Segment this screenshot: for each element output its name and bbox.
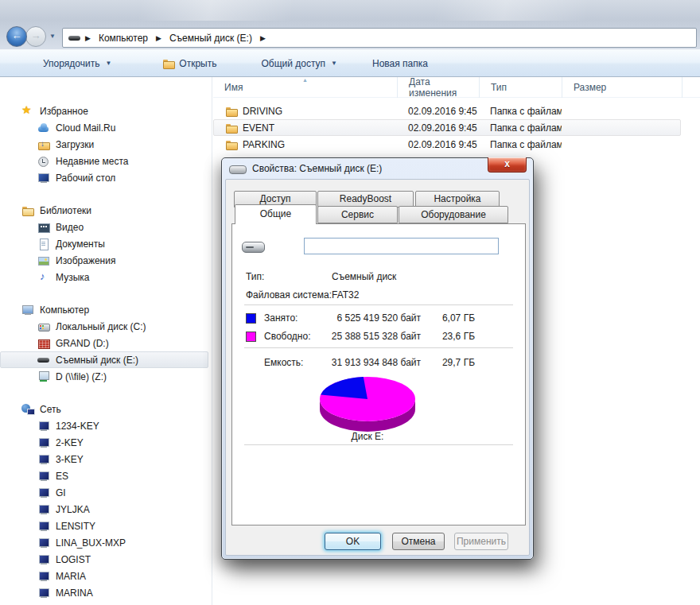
pictures-icon [37,254,50,267]
new-folder-button[interactable]: Новая папка ▼ [366,55,434,72]
file-date: 02.09.2016 9:45 [397,122,479,134]
tab-hardware[interactable]: Оборудование [399,206,508,223]
cancel-button[interactable]: Отмена [392,533,445,550]
capacity-size: 29,7 ГБ [427,357,475,368]
recent-places-icon [37,155,50,168]
table-row[interactable]: PARKING 02.09.2016 9:45 Папка с файлами [213,136,681,153]
sidebar-section: Сеть 1234-KEY 2-KEY 3-KEY [0,401,212,605]
sidebar-item[interactable]: LENSITY [0,518,208,534]
sidebar-item[interactable]: 2-KEY [0,434,208,451]
dialog-titlebar[interactable]: Свойства: Съемный диск (E:) x [222,158,533,179]
sidebar-item[interactable]: 1234-KEY [0,417,208,434]
pc-icon [37,487,50,499]
type-label: Тип: [246,271,264,282]
computer-icon [21,304,34,316]
sidebar-item[interactable]: Рабочий стол [0,169,208,186]
sidebar-section-header[interactable]: Сеть [0,401,212,417]
documents-icon [37,238,50,250]
back-button[interactable]: ← [6,26,27,47]
used-bytes: 6 525 419 520 байт [308,312,421,324]
pc-icon [37,420,50,432]
apply-button[interactable]: Применить [454,533,508,550]
sidebar-section-items: 1234-KEY 2-KEY 3-KEY ES GI [0,417,212,605]
used-size: 6,07 ГБ [427,312,475,324]
tab-readyboost[interactable]: ReadyBoost [317,191,414,207]
file-name: EVENT [243,122,274,134]
sidebar-item[interactable]: GRAND (D:) [0,335,208,351]
sidebar-item[interactable]: RR-CITY [0,601,208,605]
dialog-title: Свойства: Съемный диск (E:) [252,163,382,174]
table-row[interactable]: DRIVING 02.09.2016 9:45 Папка с файлами [213,103,681,119]
sidebar-item[interactable]: LINA_BUX-MXP [0,534,208,551]
sidebar-item[interactable]: MARIA [0,568,208,584]
used-label: Занято: [264,312,298,324]
sidebar-item[interactable]: Съемный диск (E:) [0,351,208,368]
sidebar-section-header[interactable]: Компьютер [0,301,212,318]
share-button[interactable]: Общий доступ ▼ [255,55,344,72]
sidebar-item[interactable]: MARINA [0,584,208,601]
tab-customize[interactable]: Настройка [415,191,500,207]
grand-drive-icon [37,337,50,350]
sidebar-item[interactable]: 3-KEY [0,451,208,467]
column-headers: ▲ Имя Дата изменения Тип Размер [213,77,700,98]
sidebar-item[interactable]: Недавние места [0,153,208,169]
sidebar-item[interactable]: GI [0,484,208,501]
toolbar-item-label: Открыть [179,58,216,69]
sidebar-item[interactable]: Видео [0,219,208,235]
back-arrow-icon: ← [7,29,26,41]
toolbar-item-label: Новая папка [372,58,428,69]
forward-arrow-icon: → [26,29,45,41]
sidebar-item[interactable]: Cloud Mail.Ru [0,119,208,136]
file-type: Папка с файлами [479,139,562,150]
divider [244,347,513,349]
column-header-type[interactable]: Тип [480,77,562,98]
file-name: PARKING [243,139,285,150]
system-drive-icon [37,320,50,333]
explorer-window: ← → ▼ ▶ Компьютер ▶ Съемный диск (E:) ▶ … [0,0,700,605]
organize-button[interactable]: Упорядочить ▼ [37,55,118,72]
sidebar-item[interactable]: JYLJKA [0,501,208,518]
file-type: Папка с файлами [479,106,562,117]
close-button[interactable]: x [488,157,527,173]
sidebar-item[interactable]: Локальный диск (C:) [0,318,208,335]
chevron-down-icon: ▼ [105,60,111,67]
sidebar-item[interactable]: Музыка [0,269,208,285]
sidebar-section: Компьютер Локальный диск (C:) GRAND (D:)… [0,301,212,385]
pc-icon [37,436,50,449]
ok-button[interactable]: OK [325,533,381,550]
sidebar-section-header[interactable]: Библиотеки [0,202,212,219]
forward-button[interactable]: → [25,26,46,47]
column-header-date[interactable]: Дата изменения [398,77,480,98]
sidebar-item[interactable]: Документы [0,235,208,252]
pc-icon [37,503,50,516]
sidebar-item[interactable]: Изображения [0,252,208,269]
sidebar-item[interactable]: ES [0,467,208,484]
recent-pages-dropdown[interactable]: ▼ [49,33,56,40]
divider [244,304,513,306]
sidebar-item[interactable]: LOGIST [0,551,208,568]
breadcrumb-item[interactable]: Компьютер ▶ [95,31,164,45]
pc-icon [37,553,50,566]
network-icon [21,403,34,416]
sidebar-section-header[interactable]: Избранное [0,103,212,119]
breadcrumb-separator-icon: ▶ [258,34,268,42]
address-bar[interactable]: ▶ Компьютер ▶ Съемный диск (E:) ▶ [62,28,697,48]
network-drive-icon [37,370,50,383]
folder-icon [225,122,238,134]
sidebar-section-items: Cloud Mail.Ru Загрузки Недавние места Ра… [0,119,212,186]
tab-tools[interactable]: Сервис [317,206,398,223]
folder-icon [225,138,238,151]
open-button[interactable]: Открыть ▼ [156,54,223,73]
used-color-swatch [246,313,256,324]
dialog-body: Доступ ReadyBoost Настройка Общие Сервис… [225,179,530,556]
tab-general[interactable]: Общие [235,204,317,224]
breadcrumb-item[interactable]: Съемный диск (E:) ▶ [165,31,268,45]
table-row[interactable]: EVENT 02.09.2016 9:45 Папка с файлами [213,119,681,136]
desktop-icon [37,172,50,184]
navigation-pane: Избранное Cloud Mail.Ru Загрузки Недавни… [0,77,212,605]
sidebar-item[interactable]: Загрузки [0,136,208,153]
column-header-size[interactable]: Размер [562,77,682,98]
pc-icon [37,587,50,599]
sidebar-item[interactable]: D (\\file) (Z:) [0,368,208,385]
volume-label-input[interactable] [304,238,499,254]
